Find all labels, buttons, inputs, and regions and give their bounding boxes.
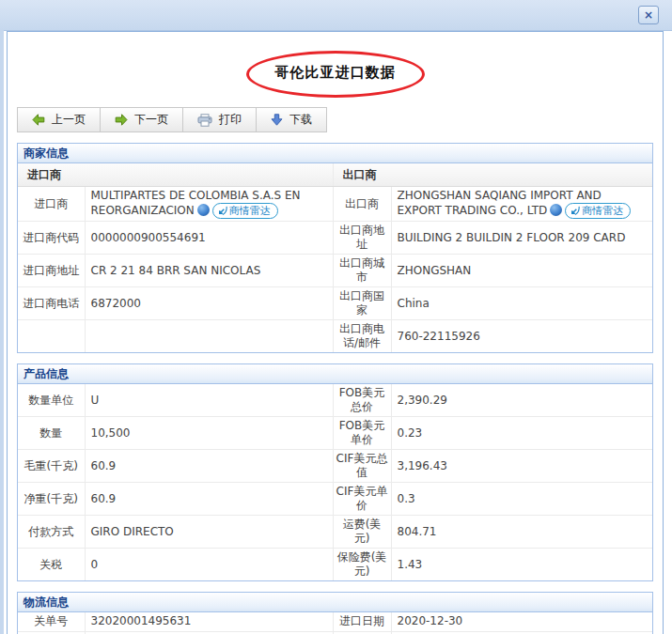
field-value — [85, 320, 333, 353]
globe-icon[interactable] — [197, 204, 210, 216]
radar-badge-label: 商情雷达 — [582, 204, 623, 218]
table-row: 进口商代码 0000000900554691 出口商地址 BUILDING 2 … — [18, 222, 652, 255]
field-label: 净重(千克) — [18, 483, 85, 516]
field-label: 数量单位 — [18, 384, 85, 417]
business-radar-badge[interactable]: 商情雷达 — [565, 203, 631, 219]
field-value: 2,390.29 — [391, 384, 652, 417]
field-label: 进口商代码 — [18, 222, 85, 255]
field-value: 2020-12-30 — [391, 612, 652, 631]
table-row: 进口商电话 6872000 出口商国家 China — [18, 287, 652, 320]
table-row: 付款方式 GIRO DIRECTO 运费(美元) 804.71 — [18, 516, 652, 549]
field-value: 32020001495631 — [85, 612, 333, 631]
printer-icon — [197, 114, 212, 127]
field-value: 60.9 — [85, 450, 333, 483]
field-label: 运费(美元) — [333, 516, 391, 549]
table-row: 进口商地址 CR 2 21 84 BRR SAN NICOLAS 出口商城市 Z… — [18, 255, 652, 287]
content-panel: 哥伦比亚进口数据 上一页 下一页 — [7, 31, 664, 634]
window-left-frame — [0, 30, 4, 634]
title-area: 哥伦比亚进口数据 — [17, 47, 653, 96]
download-label: 下载 — [289, 112, 312, 128]
field-value: 0000000900554691 — [85, 222, 333, 255]
field-value: 0.23 — [391, 417, 652, 450]
field-label: 关单号 — [18, 612, 85, 631]
table-row: 数量单位 U FOB美元总价 2,390.29 — [18, 384, 652, 417]
product-info-header: 产品信息 — [18, 364, 652, 384]
field-value: U — [85, 384, 333, 417]
field-value: 6872000 — [85, 287, 333, 320]
close-icon: × — [644, 8, 653, 22]
field-label: 出口商电话/邮件 — [333, 320, 391, 353]
field-value: 804.71 — [391, 516, 652, 549]
field-label: 付款方式 — [18, 516, 85, 549]
print-label: 打印 — [219, 112, 242, 128]
arrow-down-icon — [271, 114, 283, 126]
table-row: 进口商 MULTIPARTES DE COLOMBIA S.A.S EN REO… — [18, 187, 652, 222]
table-row: 关单号 32020001495631 进口日期 2020-12-30 — [18, 612, 652, 631]
merchant-info-table: 进口商 出口商 进口商 MULTIPARTES DE COLOMBIA S.A.… — [18, 163, 652, 352]
prev-page-button[interactable]: 上一页 — [18, 108, 101, 131]
logistics-info-table: 关单号 32020001495631 进口日期 2020-12-30 HS编码 … — [18, 612, 652, 634]
field-value: 760-22115926 — [391, 320, 652, 353]
table-row: 关税 0 保险费(美元) 1.43 — [18, 549, 652, 581]
table-row: 数量 10,500 FOB美元单价 0.23 — [18, 417, 652, 450]
arrow-right-icon — [115, 114, 128, 126]
field-label: 进口商地址 — [18, 255, 85, 287]
logistics-info-header: 物流信息 — [18, 593, 652, 612]
field-value: 0.3 — [391, 483, 652, 516]
field-label: CIF美元单价 — [333, 483, 391, 516]
prev-page-label: 上一页 — [52, 112, 86, 128]
field-value: China — [391, 287, 652, 320]
radar-icon — [570, 206, 580, 216]
logistics-info-section: 物流信息 关单号 32020001495631 进口日期 2020-12-30 … — [17, 592, 653, 634]
field-label: 出口商城市 — [333, 255, 391, 287]
field-label: FOB美元总价 — [333, 384, 391, 417]
field-label: FOB美元单价 — [333, 417, 391, 450]
field-value: CR 2 21 84 BRR SAN NICOLAS — [85, 255, 333, 287]
exporter-name-label: 出口商 — [333, 187, 391, 222]
field-value: 10,500 — [85, 417, 333, 450]
field-value: ZHONGSHAN — [391, 255, 652, 287]
next-page-button[interactable]: 下一页 — [101, 108, 183, 131]
product-info-table: 数量单位 U FOB美元总价 2,390.29 数量 10,500 FOB美元单… — [18, 384, 652, 580]
field-label: 出口商国家 — [333, 287, 391, 320]
field-label: 数量 — [18, 417, 85, 450]
business-radar-badge[interactable]: 商情雷达 — [212, 203, 278, 219]
field-label: 保险费(美元) — [333, 549, 391, 581]
field-value: 0 — [85, 549, 333, 581]
field-value: 3,196.43 — [391, 450, 652, 483]
window-titlebar: × — [0, 0, 672, 31]
radar-badge-label: 商情雷达 — [229, 204, 271, 218]
next-page-label: 下一页 — [134, 112, 168, 128]
table-row: 净重(千克) 60.9 CIF美元单价 0.3 — [18, 483, 652, 516]
field-value: 60.9 — [85, 483, 333, 516]
field-label — [18, 320, 85, 353]
field-label: 毛重(千克) — [18, 450, 85, 483]
field-value: GIRO DIRECTO — [85, 516, 333, 549]
close-button[interactable]: × — [638, 6, 659, 24]
importer-name-cell: MULTIPARTES DE COLOMBIA S.A.S EN REORGAN… — [85, 187, 333, 222]
table-row: 毛重(千克) 60.9 CIF美元总值 3,196.43 — [18, 450, 652, 483]
merchant-info-section: 商家信息 进口商 出口商 进口商 MULTIPARTES DE COLOMBIA… — [17, 143, 653, 353]
table-row: 进口商 出口商 — [18, 163, 652, 187]
field-label: 进口商电话 — [18, 287, 85, 320]
field-label: 关税 — [18, 549, 85, 581]
importer-column-header: 进口商 — [18, 163, 333, 187]
table-row: 出口商电话/邮件 760-22115926 — [18, 320, 652, 353]
toolbar: 上一页 下一页 打印 — [17, 107, 327, 132]
field-label: CIF美元总值 — [333, 450, 391, 483]
radar-icon — [217, 206, 227, 216]
field-value: BUILDING 2 BUILDIN 2 FLOOR 209 CARD — [391, 222, 652, 255]
importer-name-label: 进口商 — [18, 187, 85, 222]
field-label: 进口日期 — [333, 612, 391, 631]
field-value: 1.43 — [391, 549, 652, 581]
field-label: 出口商地址 — [333, 222, 391, 255]
print-button[interactable]: 打印 — [183, 108, 257, 131]
page-title: 哥伦比亚进口数据 — [275, 47, 396, 82]
arrow-left-icon — [32, 114, 45, 126]
globe-icon[interactable] — [550, 204, 562, 216]
merchant-info-header: 商家信息 — [18, 144, 652, 163]
download-button[interactable]: 下载 — [257, 108, 326, 131]
exporter-name-cell: ZHONGSHAN SAQIANG IMPORT AND EXPORT TRAD… — [391, 187, 652, 222]
product-info-section: 产品信息 数量单位 U FOB美元总价 2,390.29 数量 10,500 F… — [17, 363, 653, 581]
exporter-column-header: 出口商 — [333, 163, 652, 187]
